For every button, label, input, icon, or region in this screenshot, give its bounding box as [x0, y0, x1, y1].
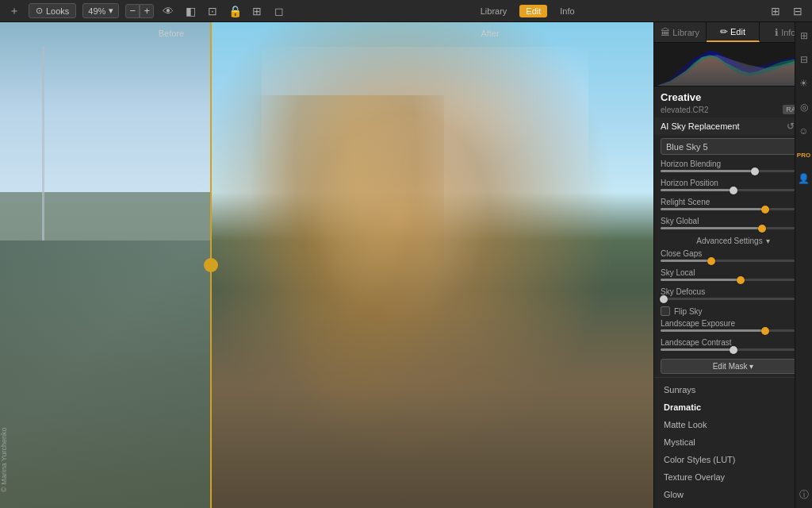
before-side: [0, 22, 210, 508]
tab-edit-right[interactable]: ✏ Edit: [707, 22, 759, 42]
smile-strip-icon[interactable]: ☺: [797, 124, 811, 138]
menu-item-dramatic[interactable]: Dramatic: [654, 398, 812, 416]
landscape-contrast-thumb[interactable]: [730, 346, 737, 354]
sky-preset-dropdown[interactable]: Blue Sky 5 ▾: [661, 138, 806, 155]
main-layout: Before After: [0, 22, 812, 508]
lock-icon[interactable]: 🔒: [227, 3, 243, 19]
menu-item-color-styles[interactable]: Color Styles (LUT): [654, 451, 812, 468]
horizon-blending-thumb[interactable]: [751, 167, 759, 175]
sky-global-label-row: Sky Global 30: [661, 217, 806, 225]
edit-mask-button[interactable]: Edit Mask ▾: [661, 359, 806, 374]
sun-strip-icon[interactable]: ☀: [797, 76, 811, 90]
close-gaps-label: Close Gaps: [661, 249, 702, 258]
color-wheel-strip-icon[interactable]: ◎: [797, 100, 811, 114]
close-gaps-thumb[interactable]: [707, 257, 715, 265]
horizon-blending-label: Horizon Blending: [661, 160, 721, 168]
info-tab-icon: ℹ: [775, 27, 779, 38]
relight-scene-track[interactable]: [661, 208, 806, 210]
sky-local-track[interactable]: [661, 279, 806, 281]
library-tab-label: Library: [672, 28, 699, 37]
relight-scene-row: Relight Scene 31: [654, 196, 812, 215]
info-strip-icon[interactable]: ⓘ: [797, 487, 811, 502]
topbar: ＋ ⊙ Looks 49% ▾ − + 👁 ◧ ⊡ 🔒 ⊞ ◻ Library …: [0, 0, 812, 22]
tools-icon[interactable]: ⊟: [790, 3, 806, 19]
layers-strip-icon[interactable]: ⊞: [797, 29, 811, 43]
library-tab-icon: 🏛: [661, 27, 670, 38]
landscape-exposure-row: Landscape Exposure 31: [654, 318, 812, 337]
topbar-right: ⊞ ⊟: [768, 3, 806, 19]
relight-scene-label-row: Relight Scene 31: [661, 198, 806, 206]
landscape-exposure-thumb[interactable]: [761, 327, 769, 335]
window-icon[interactable]: ◻: [271, 3, 287, 19]
sky-global-thumb[interactable]: [758, 225, 766, 233]
sky-defocus-track[interactable]: [661, 298, 806, 300]
menu-item-mystical[interactable]: Mystical: [654, 433, 812, 451]
sky-preset-value: Blue Sky 5: [666, 142, 708, 152]
landscape-exposure-track[interactable]: [661, 329, 806, 332]
close-gaps-row: Close Gaps 10: [654, 248, 812, 267]
layers-icon[interactable]: ⊞: [768, 3, 783, 19]
hair-overlay: [248, 95, 444, 435]
menu-item-sunrays[interactable]: Sunrays: [654, 381, 812, 398]
sky-global-label: Sky Global: [661, 217, 699, 225]
landscape-contrast-label: Landscape Contrast: [661, 338, 732, 347]
adv-arrow-icon: ▾: [766, 237, 770, 245]
menu-item-texture-overlay[interactable]: Texture Overlay: [654, 468, 812, 486]
undo-icon[interactable]: ↺: [787, 121, 795, 132]
flip-sky-checkbox[interactable]: [661, 306, 670, 316]
sky-local-row: Sky Local 25: [654, 267, 812, 286]
close-gaps-track[interactable]: [661, 260, 806, 262]
section-divider-1: [654, 377, 812, 378]
menu-item-glow[interactable]: Glow: [654, 486, 812, 503]
landscape-exposure-fill: [661, 329, 765, 332]
tab-info[interactable]: Info: [553, 5, 580, 17]
zoom-in-button[interactable]: +: [140, 4, 154, 18]
split-line[interactable]: [210, 22, 212, 508]
sky-local-label: Sky Local: [661, 268, 695, 277]
sky-defocus-label-row: Sky Defocus 0: [661, 287, 806, 296]
add-icon[interactable]: ＋: [6, 3, 22, 19]
looks-button[interactable]: ⊙ Looks: [29, 3, 76, 18]
flip-sky-label: Flip Sky: [674, 307, 703, 316]
horizon-position-track[interactable]: [661, 189, 806, 191]
before-buildings: [0, 192, 210, 508]
flip-sky-row: Flip Sky: [654, 305, 812, 318]
compare-icon[interactable]: ◧: [182, 3, 198, 19]
pro-strip-badge: PRO: [797, 148, 811, 162]
looks-icon: ⊙: [36, 6, 43, 16]
horizon-blending-track[interactable]: [661, 170, 806, 172]
ai-sky-header: AI Sky Replacement ↺ ⊙: [654, 117, 812, 135]
sky-local-thumb[interactable]: [737, 276, 745, 284]
zoom-out-button[interactable]: −: [125, 4, 140, 18]
sky-global-row: Sky Global 30: [654, 215, 812, 234]
edit-tab-icon: ✏: [720, 26, 728, 37]
eye-icon[interactable]: 👁: [160, 3, 176, 19]
sky-defocus-row: Sky Defocus 0: [654, 286, 812, 305]
horizon-blending-fill: [661, 170, 755, 172]
adjustments-strip-icon[interactable]: ⊟: [797, 52, 811, 67]
tab-edit[interactable]: Edit: [519, 5, 547, 17]
advanced-settings-button[interactable]: Advanced Settings ▾: [654, 234, 812, 248]
sky-defocus-thumb[interactable]: [660, 295, 668, 303]
grid-icon[interactable]: ⊞: [249, 3, 265, 19]
landscape-contrast-track[interactable]: [661, 348, 806, 351]
horizon-blending-label-row: Horizon Blending 20: [661, 160, 806, 168]
landscape-exposure-label: Landscape Exposure: [661, 319, 735, 328]
menu-item-matte-look[interactable]: Matte Look: [654, 416, 812, 433]
crop-icon[interactable]: ⊡: [205, 3, 220, 19]
topbar-center: Library Edit Info: [474, 5, 581, 17]
person-strip-icon[interactable]: 👤: [797, 171, 811, 186]
zoom-chevron: ▾: [109, 6, 113, 16]
horizon-position-thumb[interactable]: [730, 187, 737, 194]
tab-library[interactable]: Library: [474, 5, 514, 17]
panel-content[interactable]: Creative elevated.CR2 RAW AI Sky Replace…: [654, 87, 812, 508]
tab-library-right[interactable]: 🏛 Library: [654, 22, 707, 42]
histogram: [654, 43, 812, 87]
image-area[interactable]: Before After: [0, 22, 653, 508]
sky-global-fill: [661, 227, 762, 229]
relight-scene-thumb[interactable]: [761, 206, 769, 214]
zoom-display: 49% ▾: [82, 3, 119, 18]
split-handle[interactable]: [204, 258, 218, 272]
sky-global-track[interactable]: [661, 227, 806, 229]
ai-sky-title: AI Sky Replacement: [661, 121, 740, 131]
